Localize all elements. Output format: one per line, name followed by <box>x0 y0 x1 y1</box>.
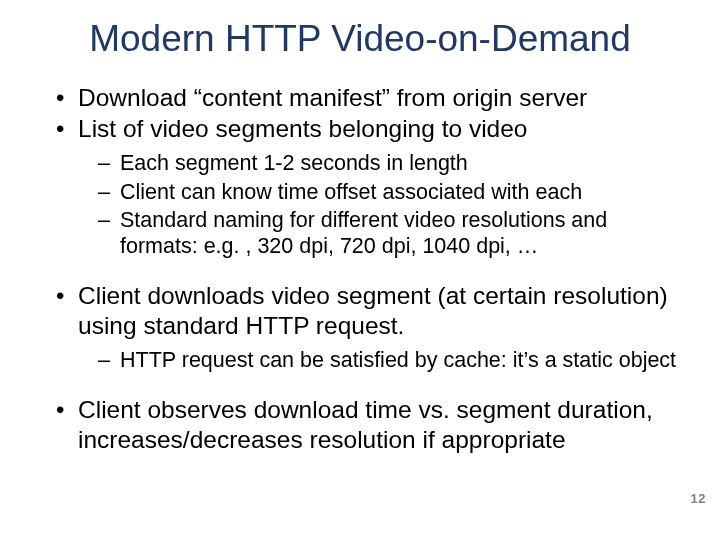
sub-bullet-text: Each segment 1-2 seconds in length <box>120 151 468 175</box>
list-item: Client downloads video segment (at certa… <box>62 281 682 373</box>
sub-bullet-text: Standard naming for different video reso… <box>120 208 607 258</box>
bullet-text: Download “content manifest” from origin … <box>78 84 587 111</box>
page-title: Modern HTTP Video-on-Demand <box>38 18 682 61</box>
list-item: HTTP request can be satisfied by cache: … <box>106 347 682 373</box>
bullet-text: Client downloads video segment (at certa… <box>78 282 668 339</box>
sub-list: HTTP request can be satisfied by cache: … <box>78 347 682 373</box>
sub-list: Each segment 1-2 seconds in length Clien… <box>78 150 682 259</box>
list-item: Download “content manifest” from origin … <box>62 83 682 113</box>
bullet-text: List of video segments belonging to vide… <box>78 115 527 142</box>
list-item: Each segment 1-2 seconds in length <box>106 150 682 176</box>
list-item: Client can know time offset associated w… <box>106 179 682 205</box>
list-item: Client observes download time vs. segmen… <box>62 395 682 455</box>
list-item: Standard naming for different video reso… <box>106 207 682 259</box>
page-number: 12 <box>691 491 706 506</box>
bullet-list: Download “content manifest” from origin … <box>38 83 682 455</box>
sub-bullet-text: HTTP request can be satisfied by cache: … <box>120 348 676 372</box>
list-item: List of video segments belonging to vide… <box>62 114 682 259</box>
slide: Modern HTTP Video-on-Demand Download “co… <box>0 0 720 540</box>
sub-bullet-text: Client can know time offset associated w… <box>120 180 582 204</box>
bullet-text: Client observes download time vs. segmen… <box>78 396 653 453</box>
